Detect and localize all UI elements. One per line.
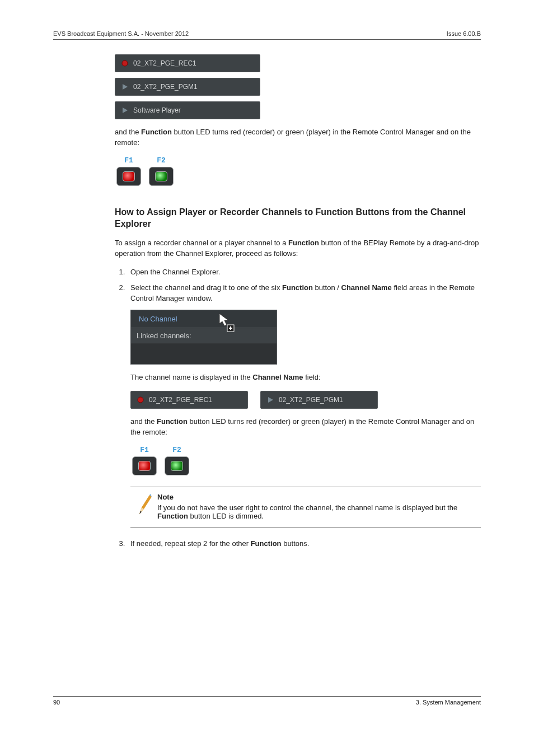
step-1: Open the Channel Explorer. — [127, 267, 481, 278]
channel-label: 02_XT2_PGE_REC1 — [149, 396, 212, 404]
header-right: Issue 6.00.B — [447, 30, 481, 37]
record-icon — [137, 396, 144, 404]
led-red-icon — [138, 461, 151, 471]
steps-list: Open the Channel Explorer. Select the ch… — [115, 267, 481, 305]
steps-list-cont: If needed, repeat step 2 for the other F… — [115, 539, 481, 549]
channel-chip-pgm1: 02_XT2_PGE_PGM1 — [115, 78, 260, 96]
svg-marker-8 — [268, 397, 273, 403]
paragraph-led-top: and the Function button LED turns red (r… — [115, 127, 481, 148]
play-icon — [266, 396, 274, 404]
svg-point-7 — [138, 397, 143, 403]
page-footer: 90 3. System Management — [53, 696, 481, 706]
channel-chip-rec1-small: 02_XT2_PGE_REC1 — [130, 391, 248, 409]
step-3: If needed, repeat step 2 for the other F… — [127, 539, 481, 549]
svg-marker-3 — [219, 314, 228, 326]
footer-page-number: 90 — [53, 699, 60, 706]
channel-label: 02_XT2_PGE_PGM1 — [279, 396, 343, 404]
f2-label: F2 — [172, 446, 181, 454]
section-heading: How to Assign Player or Recorder Channel… — [115, 206, 481, 230]
play-icon — [121, 83, 129, 91]
record-icon — [121, 59, 129, 67]
function-buttons: F1 F2 — [115, 156, 481, 186]
channel-chip-rec1: 02_XT2_PGE_REC1 — [115, 54, 260, 72]
channel-label: 02_XT2_PGE_PGM1 — [133, 83, 198, 91]
no-channel-label: No Channel — [139, 315, 177, 323]
channel-chip-pgm1-small: 02_XT2_PGE_PGM1 — [260, 391, 378, 409]
note-title: Note — [157, 493, 474, 501]
footer-section: 3. System Management — [416, 699, 481, 706]
linked-channels-label: Linked channels: — [131, 328, 277, 343]
pencil-icon — [137, 494, 152, 516]
function-buttons-2: F1 F2 — [130, 446, 481, 475]
cursor-drag-icon — [218, 312, 237, 334]
note-text: If you do not have the user right to con… — [157, 503, 474, 520]
play-icon — [121, 106, 129, 114]
function-button-f1: F1 — [115, 156, 143, 186]
intro-paragraph: To assign a recorder channel or a player… — [115, 238, 481, 259]
no-channel-panel: No Channel Linked channels: — [130, 310, 277, 365]
f2-label: F2 — [157, 156, 166, 165]
channel-label: Software Player — [133, 106, 181, 114]
f1-label: F1 — [140, 446, 149, 454]
paragraph-led-bottom: and the Function button LED turns red (r… — [130, 417, 481, 438]
linked-empty-area — [131, 343, 277, 364]
function-button-f2: F2 — [163, 446, 191, 475]
function-button-f1: F1 — [130, 446, 158, 475]
svg-marker-2 — [123, 108, 128, 113]
led-red-icon — [123, 171, 135, 181]
channel-name-paragraph: The channel name is displayed in the Cha… — [130, 372, 481, 383]
header-left: EVS Broadcast Equipment S.A. - November … — [53, 30, 189, 37]
step-2: Select the channel and drag it to one of… — [127, 283, 481, 304]
function-button-f2: F2 — [147, 156, 175, 186]
channel-label: 02_XT2_PGE_REC1 — [133, 59, 196, 67]
page-header: EVS Broadcast Equipment S.A. - November … — [53, 30, 481, 40]
note-box: Note If you do not have the user right t… — [130, 487, 481, 528]
led-green-icon — [171, 461, 183, 471]
led-green-icon — [155, 171, 167, 181]
channel-chip-softwareplayer: Software Player — [115, 101, 260, 119]
svg-marker-1 — [123, 84, 128, 90]
f1-label: F1 — [124, 156, 133, 165]
svg-point-0 — [122, 60, 128, 66]
